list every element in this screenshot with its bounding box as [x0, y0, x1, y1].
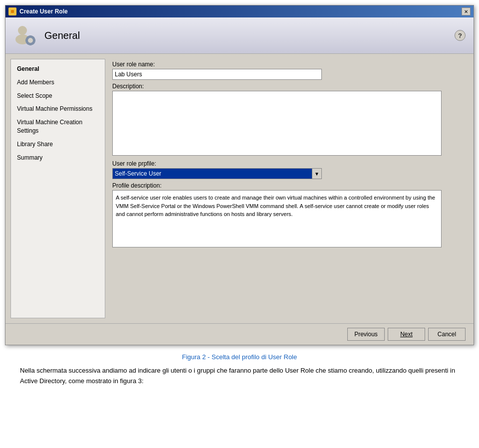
caption-section: Figura 2 - Scelta del profilo di User Ro…	[15, 353, 464, 387]
sidebar-item-select-scope[interactable]: Select Scope	[11, 89, 105, 103]
description-textarea[interactable]	[112, 91, 442, 156]
dialog-footer: Previous Next Cancel	[5, 323, 474, 345]
svg-rect-7	[29, 43, 31, 45]
form-section: User role name: Description: User role p…	[112, 61, 467, 249]
description-row: Description:	[112, 83, 467, 157]
sidebar-item-general[interactable]: General	[11, 62, 105, 76]
title-bar-left: Create User Role	[8, 7, 68, 15]
user-role-name-row: User role name:	[112, 61, 467, 80]
create-user-role-dialog: Create User Role ✕	[5, 5, 474, 345]
title-bar-icon	[8, 7, 16, 15]
header-icon	[13, 23, 37, 47]
svg-rect-9	[33, 39, 35, 41]
svg-point-2	[18, 26, 27, 35]
dialog-header: General ?	[5, 17, 474, 54]
caption-text: Nella schermata successiva andiamo ad in…	[15, 366, 464, 387]
help-button[interactable]: ?	[455, 30, 466, 41]
description-label: Description:	[112, 83, 467, 90]
sidebar-item-vm-creation-settings[interactable]: Virtual Machine Creation Settings	[11, 116, 105, 138]
svg-rect-8	[25, 39, 28, 41]
dialog-body: General Add Members Select Scope Virtual…	[5, 54, 474, 323]
dialog-header-title: General	[44, 30, 80, 41]
sidebar-item-summary[interactable]: Summary	[11, 151, 105, 165]
previous-button[interactable]: Previous	[347, 328, 385, 341]
sidebar-item-vm-permissions[interactable]: Virtual Machine Permissions	[11, 102, 105, 116]
user-role-profile-row: User role prpfile: Self-Service User Adm…	[112, 160, 467, 179]
profile-description-label: Profile description:	[112, 182, 467, 189]
cancel-button[interactable]: Cancel	[428, 328, 466, 341]
main-content: User role name: Description: User role p…	[110, 59, 469, 318]
title-bar-controls: ✕	[462, 7, 471, 15]
svg-rect-1	[11, 10, 14, 13]
profile-description-textarea: A self-service user role enables users t…	[112, 190, 442, 247]
sidebar-item-library-share[interactable]: Library Share	[11, 138, 105, 151]
sidebar-item-add-members[interactable]: Add Members	[11, 76, 105, 89]
profile-select[interactable]: Self-Service User Administrator Read-Onl…	[112, 168, 322, 179]
profile-select-wrapper: Self-Service User Administrator Read-Onl…	[112, 168, 322, 179]
user-role-name-input[interactable]	[112, 69, 322, 80]
title-bar: Create User Role ✕	[5, 5, 474, 17]
sidebar-nav: General Add Members Select Scope Virtual…	[10, 59, 105, 318]
svg-rect-6	[29, 35, 31, 38]
next-button[interactable]: Next	[388, 328, 425, 341]
caption-title: Figura 2 - Scelta del profilo di User Ro…	[15, 353, 464, 361]
profile-description-row: Profile description: A self-service user…	[112, 182, 467, 249]
svg-point-5	[28, 38, 33, 43]
user-role-profile-label: User role prpfile:	[112, 160, 467, 167]
user-role-name-label: User role name:	[112, 61, 467, 68]
dialog-title: Create User Role	[19, 8, 68, 15]
close-button[interactable]: ✕	[462, 7, 471, 15]
